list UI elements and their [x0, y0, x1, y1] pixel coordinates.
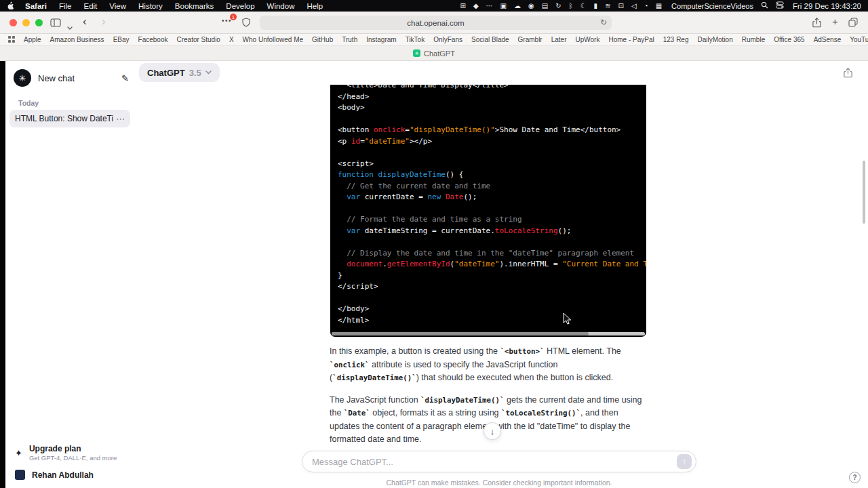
code-line: // Display the date and time in the "dat… — [338, 248, 646, 260]
address-bar[interactable]: chat.openai.com ↻ — [260, 16, 612, 30]
content-blocker-shield-icon[interactable] — [242, 18, 250, 29]
minimize-window-button[interactable] — [22, 19, 30, 26]
model-version: 3.5 — [189, 68, 201, 78]
favorite-ebay[interactable]: EBay — [113, 36, 130, 43]
more-options-icon[interactable]: ⋯ — [486, 3, 493, 9]
favorite-who-unfollowed-me[interactable]: Who Unfollowed Me — [243, 36, 303, 43]
tab-title[interactable]: ChatGPT — [424, 49, 455, 58]
new-tab-button[interactable]: + — [832, 16, 838, 26]
sidebar-chevron-icon[interactable] — [67, 21, 73, 32]
favorite-home-paypal[interactable]: Home - PayPal — [608, 36, 654, 43]
favorite-onlyfans[interactable]: OnlyFans — [433, 36, 462, 43]
favorite-amazon-business[interactable]: Amazon Business — [50, 36, 104, 43]
new-chat-pencil-icon[interactable]: ✎ — [121, 73, 129, 83]
menu-bookmarks[interactable]: Bookmarks — [175, 2, 214, 10]
display-icon[interactable]: ⊡ — [618, 3, 624, 9]
extension-more-button[interactable]: ••• 1 — [222, 18, 232, 24]
favorite-social-blade[interactable]: Social Blade — [471, 36, 509, 43]
disclaimer-text: ChatGPT can make mistakes. Consider chec… — [136, 479, 863, 487]
favorite-adsense[interactable]: AdSense — [814, 36, 842, 43]
zoom-window-button[interactable] — [35, 19, 43, 26]
bluetooth-icon[interactable]: ᛒ — [569, 3, 573, 9]
share-conversation-button[interactable] — [843, 67, 853, 81]
menu-window[interactable]: Window — [267, 2, 295, 10]
menubar-clock[interactable]: Fri 29 Dec 19:43:20 — [793, 2, 861, 10]
new-chat-label: New chat — [38, 73, 75, 83]
favorite-github[interactable]: GitHub — [312, 36, 333, 43]
message-input[interactable] — [302, 451, 696, 472]
favorite-later[interactable]: Later — [551, 36, 567, 43]
model-name: ChatGPT — [147, 68, 185, 78]
favorite-123-reg[interactable]: 123 Reg — [663, 36, 689, 43]
menu-file[interactable]: File — [59, 2, 72, 10]
code-line: var currentDate = new Date(); — [338, 192, 646, 203]
apple-menu-icon[interactable] — [7, 1, 14, 10]
menu-help[interactable]: Help — [307, 2, 323, 10]
conversation-item[interactable]: HTML Button: Show DateTi ⋯ — [9, 110, 130, 127]
scroll-to-bottom-button[interactable]: ↓ — [484, 422, 501, 440]
conversation-options-icon[interactable]: ⋯ — [116, 114, 125, 124]
favorites-grid-icon[interactable] — [8, 36, 15, 44]
code-line — [338, 293, 646, 304]
code-line: <button onclick="displayDateTime()">Show… — [338, 125, 646, 136]
menubar-menus: SafariFileEditViewHistoryBookmarksDevelo… — [25, 2, 323, 10]
favorite-facebook[interactable]: Facebook — [138, 36, 168, 43]
favorite-instagram[interactable]: Instagram — [366, 36, 396, 43]
upgrade-plan-button[interactable]: ✦ Upgrade plan Get GPT-4, DALL·E, and mo… — [11, 441, 132, 465]
favorite-youtube-studio[interactable]: YouTube Studio — [850, 36, 868, 43]
screen-time-icon[interactable]: ◔ — [644, 3, 648, 9]
favorite-office-365[interactable]: Office 365 — [774, 36, 804, 43]
profile-menu-button[interactable]: Rehan Abdullah — [11, 465, 132, 483]
send-button[interactable]: ↑ — [677, 454, 692, 469]
status-icons: ⊞◆⋯▣☁◉▤↻ᛒ☾▮≋⊡◁◔▦ — [460, 3, 663, 9]
screen-mirroring-icon[interactable]: ⊞ — [460, 3, 466, 9]
back-button[interactable]: ‹ — [83, 16, 87, 27]
help-button[interactable]: ? — [849, 472, 861, 483]
menu-history[interactable]: History — [138, 2, 163, 10]
sidebar-toggle-icon[interactable] — [50, 18, 61, 29]
cloud-icon[interactable]: ☁ — [514, 3, 521, 9]
record-icon[interactable]: ◉ — [528, 3, 534, 9]
code-line: </script> — [338, 281, 646, 293]
favorite-tiktok[interactable]: TikTok — [406, 36, 425, 43]
close-window-button[interactable] — [9, 19, 17, 26]
code-block[interactable]: <title>Date and Time Display</title></he… — [330, 85, 646, 337]
blocker-shield-icon[interactable]: ◆ — [473, 3, 479, 9]
menu-safari[interactable]: Safari — [25, 2, 47, 10]
wifi-icon[interactable]: ≋ — [605, 3, 610, 9]
code-scrollbar-thumb[interactable] — [332, 332, 589, 336]
menu-edit[interactable]: Edit — [84, 2, 98, 10]
favorite-x[interactable]: X — [229, 36, 234, 43]
volume-icon[interactable]: ◁ — [631, 3, 637, 9]
model-selector[interactable]: ChatGPT 3.5 — [139, 63, 220, 82]
favorite-upwork[interactable]: UpWork — [576, 36, 600, 43]
main-content: ChatGPT 3.5 <title>Date and Time Display… — [136, 61, 868, 488]
favorite-dailymotion[interactable]: DailyMotion — [698, 36, 733, 43]
camera-icon[interactable]: ▣ — [500, 3, 507, 9]
control-center-icon[interactable] — [776, 1, 784, 10]
user-avatar — [15, 470, 25, 480]
menu-develop[interactable]: Develop — [226, 2, 254, 10]
favorite-gramblr[interactable]: Gramblr — [518, 36, 542, 43]
favorite-rumble[interactable]: Rumble — [742, 36, 765, 43]
reload-icon[interactable]: ↻ — [600, 18, 607, 27]
share-page-button[interactable] — [812, 17, 822, 30]
tab-overview-button[interactable] — [848, 18, 858, 29]
menubar-account[interactable]: ComputerScienceVideos — [671, 2, 753, 10]
favorite-truth[interactable]: Truth — [342, 36, 357, 43]
favorite-apple[interactable]: Apple — [24, 36, 41, 43]
code-content: <title>Date and Time Display</title></he… — [330, 85, 646, 326]
new-chat-button[interactable]: ✳ New chat ✎ — [11, 66, 132, 89]
favorite-creator-studio[interactable]: Creator Studio — [176, 36, 220, 43]
forward-button[interactable]: › — [102, 16, 106, 27]
focus-moon-icon[interactable]: ☾ — [580, 3, 587, 9]
sync-icon[interactable]: ↻ — [555, 3, 561, 9]
mouse-cursor — [563, 312, 572, 328]
device-icon[interactable]: ▤ — [542, 3, 548, 9]
input-source-icon[interactable]: ▦ — [656, 3, 662, 9]
page-scrollbar[interactable] — [863, 161, 865, 224]
spotlight-search-icon[interactable] — [761, 1, 768, 10]
battery-icon[interactable]: ▮ — [594, 3, 598, 9]
menu-view[interactable]: View — [109, 2, 126, 10]
code-horizontal-scrollbar[interactable] — [332, 332, 645, 336]
